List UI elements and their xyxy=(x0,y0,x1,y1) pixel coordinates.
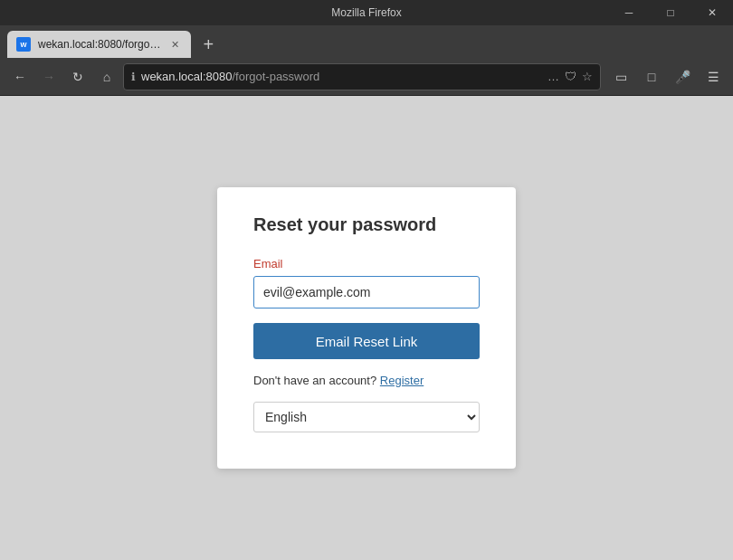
reload-button[interactable]: ↻ xyxy=(65,64,90,90)
language-select[interactable]: English Français Deutsch Español 中文 xyxy=(253,402,480,432)
email-input[interactable] xyxy=(253,276,480,308)
address-bar[interactable]: ℹ wekan.local:8080/forgot-password … 🛡 ☆ xyxy=(123,63,601,90)
browser-window: Mozilla Firefox ─ □ ✕ w wekan.local:8080… xyxy=(0,0,733,560)
window-controls: ─ □ ✕ xyxy=(608,0,733,25)
maximize-button[interactable]: □ xyxy=(650,0,691,25)
close-button[interactable]: ✕ xyxy=(691,0,733,25)
library-icon[interactable]: ▭ xyxy=(608,64,633,90)
menu-icon[interactable]: ☰ xyxy=(700,64,726,90)
home-button[interactable]: ⌂ xyxy=(94,64,119,90)
email-reset-link-button[interactable]: Email Reset Link xyxy=(253,323,480,359)
minimize-button[interactable]: ─ xyxy=(608,0,650,25)
address-text: wekan.local:8080/forgot-password xyxy=(141,70,542,83)
title-bar: Mozilla Firefox ─ □ ✕ xyxy=(0,0,733,25)
window-title: Mozilla Firefox xyxy=(331,6,401,19)
more-options-icon[interactable]: … xyxy=(547,70,559,83)
url-path: /forgot-password xyxy=(232,70,319,83)
toolbar-icons: ▭ □ 🎤 ☰ xyxy=(608,64,726,90)
address-icons: … 🛡 ☆ xyxy=(547,70,593,83)
forward-button[interactable]: → xyxy=(36,64,62,90)
security-icon: ℹ xyxy=(131,71,136,83)
register-link-row: Don't have an account? Register xyxy=(253,374,480,387)
nav-bar: ← → ↻ ⌂ ℹ wekan.local:8080/forgot-passwo… xyxy=(0,58,733,96)
microphone-icon[interactable]: 🎤 xyxy=(670,64,695,90)
tab-favicon: w xyxy=(16,37,31,52)
new-tab-button[interactable]: + xyxy=(195,31,222,58)
reset-password-card: Reset your password Email Email Reset Li… xyxy=(217,187,516,469)
card-title: Reset your password xyxy=(253,214,480,235)
tab-close-button[interactable]: ✕ xyxy=(167,37,182,52)
no-account-text: Don't have an account? xyxy=(253,374,376,387)
shield-icon[interactable]: 🛡 xyxy=(565,70,576,83)
page-content: Reset your password Email Email Reset Li… xyxy=(0,96,733,560)
tab-bar: w wekan.local:8080/forgo… ✕ + xyxy=(0,25,733,58)
bookmark-star-icon[interactable]: ☆ xyxy=(582,70,593,83)
url-base: wekan.local:8080 xyxy=(141,70,232,83)
synced-tabs-icon[interactable]: □ xyxy=(639,64,664,90)
email-form-group: Email xyxy=(253,257,480,308)
back-button[interactable]: ← xyxy=(7,64,33,90)
active-tab[interactable]: w wekan.local:8080/forgo… ✕ xyxy=(7,31,191,58)
email-label: Email xyxy=(253,257,480,271)
tab-label: wekan.local:8080/forgo… xyxy=(38,38,160,51)
register-link[interactable]: Register xyxy=(380,374,424,387)
